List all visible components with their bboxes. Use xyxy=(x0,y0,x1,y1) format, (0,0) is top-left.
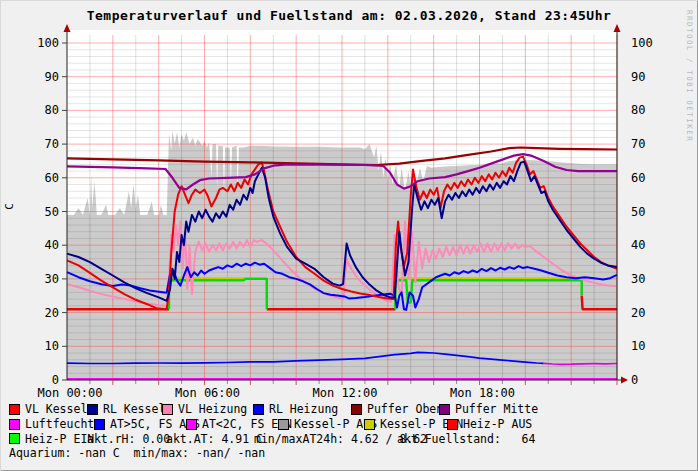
legend-swatch-icon xyxy=(9,433,20,444)
y-tick-label-right: 30 xyxy=(631,272,645,286)
legend-item: Heiz-P EIN xyxy=(9,432,87,447)
y-tick-label-left: 20 xyxy=(45,306,59,320)
legend-swatch-icon xyxy=(253,404,264,415)
legend-label: RL Kessel xyxy=(103,402,165,417)
x-axis-arrow-icon xyxy=(621,377,628,384)
legend-row: Heiz-P EINakt.rH: 0.00akt.AT: 4.91 Cmin/… xyxy=(9,432,694,447)
legend-item: min/maxAT24h: 4.62 / 8.62 xyxy=(254,432,397,447)
x-tick-label: Mon 18:00 xyxy=(450,386,515,400)
y-tick-label-left: 60 xyxy=(45,171,59,185)
legend-item: RL Heizung xyxy=(253,402,351,417)
rrdtool-watermark: RRDTOOL / TOBI OETIKER xyxy=(685,10,694,142)
legend-item: Aquarium: -nan C min/max: -nan/ -nan xyxy=(9,446,265,461)
legend-item: AT<2C, FS EIN xyxy=(186,417,278,432)
legend-item: Kessel-P EIN xyxy=(364,417,447,432)
y-tick-label-left: 100 xyxy=(37,36,59,50)
y-tick-label-left: 0 xyxy=(52,373,59,387)
legend-item: AT>5C, FS AUS xyxy=(94,417,186,432)
legend-label: VL Heizung xyxy=(178,402,247,417)
legend-label: Puffer Oben xyxy=(367,402,443,417)
legend-label: Puffer Mitte xyxy=(455,402,538,417)
legend-swatch-icon xyxy=(447,419,458,430)
legend-swatch-icon xyxy=(94,419,105,430)
legend-swatch-icon xyxy=(278,419,289,430)
legend-swatch-icon xyxy=(186,419,197,430)
legend-row: LuftfeuchteAT>5C, FS AUSAT<2C, FS EINKes… xyxy=(9,417,694,432)
legend-swatch-icon xyxy=(9,404,20,415)
legend-label: Heiz-P EIN xyxy=(25,432,94,447)
y-tick-label-right: 90 xyxy=(631,70,645,84)
legend-item: Luftfeuchte xyxy=(9,417,94,432)
y-tick-label-left: 30 xyxy=(45,272,59,286)
y-tick-label-right: 100 xyxy=(631,36,653,50)
legend-label: Luftfeuchte xyxy=(25,417,101,432)
legend-swatch-icon xyxy=(364,419,375,430)
legend-label: akt.rH: 0.00 xyxy=(87,432,170,447)
y-tick-label-right: 60 xyxy=(631,171,645,185)
y-tick-label-right: 50 xyxy=(631,205,645,219)
legend: VL KesselRL KesselVL HeizungRL HeizungPu… xyxy=(9,402,694,461)
legend-item: RL Kessel xyxy=(87,402,162,417)
y-tick-label-left: 10 xyxy=(45,339,59,353)
legend-swatch-icon xyxy=(9,419,20,430)
y-tick-label-right: 40 xyxy=(631,238,645,252)
legend-item: akt.AT: 4.91 C xyxy=(166,432,254,447)
y-axis-arrow-icon xyxy=(64,24,71,32)
y-tick-label-right: 80 xyxy=(631,103,645,117)
chart-canvas: 0010102020303040405050606070708080909010… xyxy=(0,0,698,471)
legend-row: Aquarium: -nan C min/max: -nan/ -nan xyxy=(9,446,694,461)
y-tick-label-right: 10 xyxy=(631,339,645,353)
legend-swatch-icon xyxy=(162,404,173,415)
legend-swatch-icon xyxy=(87,404,98,415)
legend-swatch-icon xyxy=(439,404,450,415)
x-tick-label: Mon 12:00 xyxy=(312,386,377,400)
legend-item: VL Kessel xyxy=(9,402,87,417)
legend-label: VL Kessel xyxy=(25,402,87,417)
y-tick-label-left: 70 xyxy=(45,137,59,151)
legend-item: Kessel-P AUS xyxy=(278,417,364,432)
y-axis-right-arrow-icon xyxy=(614,24,621,32)
x-tick-label: Mon 06:00 xyxy=(175,386,240,400)
y-tick-label-right: 70 xyxy=(631,137,645,151)
series-line-at-2c-fs-ein xyxy=(544,363,617,364)
legend-row: VL KesselRL KesselVL HeizungRL HeizungPu… xyxy=(9,402,694,417)
y-tick-label-left: 50 xyxy=(45,205,59,219)
legend-item: akt.rH: 0.00 xyxy=(87,432,166,447)
legend-swatch-icon xyxy=(351,404,362,415)
legend-label: akt.Fuellstand: 64 xyxy=(397,432,535,447)
legend-item: VL Heizung xyxy=(162,402,253,417)
y-tick-label-left: 80 xyxy=(45,103,59,117)
legend-item: Puffer Oben xyxy=(351,402,439,417)
legend-label: RL Heizung xyxy=(269,402,338,417)
y-tick-label-left: 90 xyxy=(45,70,59,84)
legend-label: Aquarium: -nan C min/max: -nan/ -nan xyxy=(9,446,265,461)
legend-label: Heiz-P AUS xyxy=(463,417,532,432)
y-tick-label-right: 20 xyxy=(631,306,645,320)
rrd-graph-window: Temperaturverlauf und Fuellstand am: 02.… xyxy=(0,0,698,471)
legend-item: Puffer Mitte xyxy=(439,402,538,417)
legend-item: akt.Fuellstand: 64 xyxy=(397,432,535,447)
y-tick-label-right: 0 xyxy=(631,373,638,387)
legend-item: Heiz-P AUS xyxy=(447,417,532,432)
legend-label: akt.AT: 4.91 C xyxy=(166,432,263,447)
x-tick-label: Mon 00:00 xyxy=(37,386,102,400)
y-tick-label-left: 40 xyxy=(45,238,59,252)
